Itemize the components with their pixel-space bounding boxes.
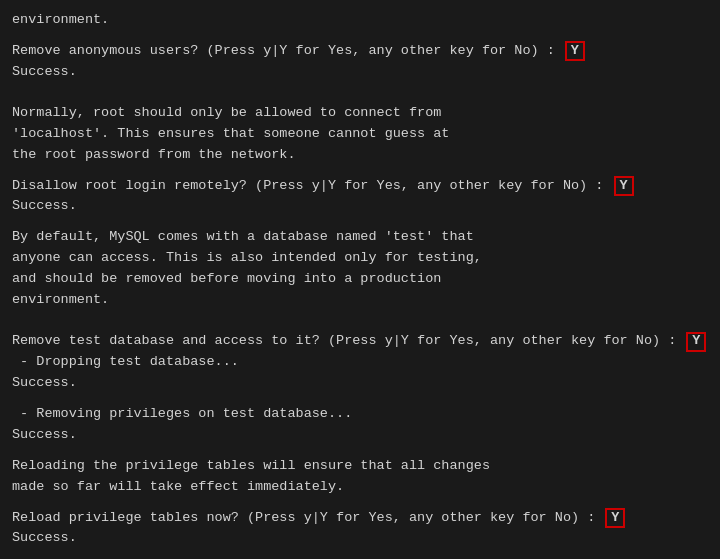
terminal-window: environment.Remove anonymous users? (Pre… [0,0,720,559]
spacer [12,394,708,404]
terminal-line: made so far will take effect immediately… [12,477,708,498]
spacer [12,549,708,559]
terminal-line: 'localhost'. This ensures that someone c… [12,124,708,145]
terminal-line: the root password from the network. [12,145,708,166]
spacer [12,321,708,331]
prompt-text: Remove test database and access to it? (… [12,331,684,352]
prompt-text: Remove anonymous users? (Press y|Y for Y… [12,41,563,62]
spacer [12,498,708,508]
spacer [12,31,708,41]
terminal-line: Success. [12,425,708,446]
terminal-line: Normally, root should only be allowed to… [12,103,708,124]
terminal-line: Success. [12,528,708,549]
terminal-line: anyone can access. This is also intended… [12,248,708,269]
spacer [12,166,708,176]
terminal-line: - Removing privileges on test database..… [12,404,708,425]
spacer [12,83,708,93]
y-response-badge: Y [686,332,706,352]
prompt-line: Remove test database and access to it? (… [12,331,708,352]
terminal-line: and should be removed before moving into… [12,269,708,290]
prompt-line: Disallow root login remotely? (Press y|Y… [12,176,708,197]
prompt-text: Reload privilege tables now? (Press y|Y … [12,508,603,529]
y-response-badge: Y [614,176,634,196]
spacer [12,311,708,321]
prompt-line: Remove anonymous users? (Press y|Y for Y… [12,41,708,62]
spacer [12,446,708,456]
terminal-line: Reloading the privilege tables will ensu… [12,456,708,477]
prompt-line: Reload privilege tables now? (Press y|Y … [12,508,708,529]
spacer [12,217,708,227]
terminal-line: Success. [12,373,708,394]
prompt-text: Disallow root login remotely? (Press y|Y… [12,176,612,197]
y-response-badge: Y [565,41,585,61]
terminal-line: environment. [12,10,708,31]
terminal-line: - Dropping test database... [12,352,708,373]
terminal-line: By default, MySQL comes with a database … [12,227,708,248]
terminal-line: Success. [12,62,708,83]
spacer [12,93,708,103]
terminal-line: Success. [12,196,708,217]
y-response-badge: Y [605,508,625,528]
terminal-line: environment. [12,290,708,311]
